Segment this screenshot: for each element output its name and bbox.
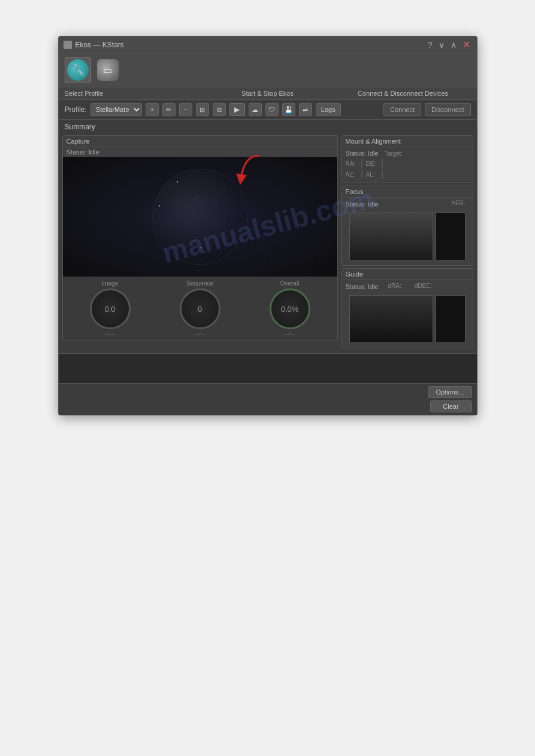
capture-title: Capture (63, 136, 337, 147)
step-1-label: Select Profile (65, 90, 200, 97)
profile-label: Profile: (65, 105, 87, 114)
guide-main-preview (349, 295, 433, 343)
focus-hfr-preview (436, 212, 466, 260)
overall-value: 0.0% (281, 305, 299, 314)
guide-status: Status: Idle (346, 283, 379, 290)
overall-circle: 0.0% (270, 289, 310, 329)
hfr-label: HFR: (448, 200, 468, 208)
save-button[interactable]: 💾 (282, 103, 295, 116)
left-panel: Capture Status: Idle (62, 135, 338, 351)
camera-preview (63, 157, 337, 277)
remove-profile-button[interactable]: − (179, 103, 192, 116)
options-button[interactable]: Options... (428, 386, 471, 398)
focus-previews (346, 210, 469, 263)
log-area (59, 353, 477, 383)
mount-status: Status: Idle (346, 150, 379, 157)
shield-button[interactable]: 🛡 (265, 103, 279, 116)
profile-select[interactable]: StellarMate (90, 103, 142, 116)
window-title: Ekos — KStars (75, 41, 124, 49)
mount-title: Mount & Alignment (342, 136, 473, 147)
connect-button[interactable]: Connect (383, 103, 421, 116)
image-circle: 0.0 (90, 289, 131, 329)
az-input[interactable] (361, 169, 362, 179)
summary-header: Summary (59, 120, 477, 133)
profile-row: Profile: StellarMate + ✏ − ⊞ ⧉ ▶ ☁ 🛡 💾 ⇌… (59, 100, 477, 120)
help-button[interactable]: ? (426, 41, 434, 49)
guide-title: Guide (342, 269, 473, 280)
az-label: AZ: (346, 171, 359, 178)
bottom-buttons: Options... Clear (59, 383, 477, 415)
overall-meter: Overall 0.0% —/— (270, 280, 310, 337)
capture-section: Capture Status: Idle (62, 135, 338, 341)
image-meter: Image 0.0 —/— (90, 280, 131, 337)
target-label: Target: (385, 150, 403, 157)
al-label: AL: (366, 171, 379, 178)
de-input[interactable] (382, 159, 383, 168)
window-controls: ? ∨ ∧ ✕ (426, 40, 472, 50)
device-icon: ▭ (97, 59, 119, 81)
logs-button[interactable]: Logs (316, 103, 341, 116)
sliders-button[interactable]: ⇌ (299, 103, 312, 116)
focus-section: Focus Status: Idle HFR: (341, 186, 473, 266)
image-value: 0.0 (104, 305, 115, 314)
sequence-sub: —/— (194, 331, 206, 337)
sequence-meter: Sequence 0 —/— (180, 280, 220, 337)
close-button[interactable]: ✕ (461, 40, 472, 50)
title-bar: Ekos — KStars ? ∨ ∧ ✕ (59, 37, 477, 53)
sequence-value: 0 (198, 305, 202, 314)
image-label: Image (102, 280, 119, 287)
meters-row: Image 0.0 —/— Sequence 0 (63, 277, 337, 341)
steps-bar: Select Profile Start & Stop Ekos Connect… (59, 87, 477, 100)
disconnect-button[interactable]: Disconnect (425, 103, 470, 116)
focus-main-preview (349, 212, 433, 260)
clear-button[interactable]: Clear (430, 400, 472, 412)
focus-title: Focus (342, 186, 473, 198)
ddec-label: dDEC: (411, 283, 436, 290)
edit-profile-button[interactable]: ✏ (162, 103, 176, 116)
setup-icon-button[interactable]: 🔧 (65, 57, 91, 83)
minimize-button[interactable]: ∨ (437, 41, 446, 49)
copy-button[interactable]: ⧉ (213, 103, 226, 116)
step-2-label: Start & Stop Ekos (200, 90, 335, 97)
start-ekos-button[interactable]: ▶ (229, 103, 245, 116)
focus-content: Status: Idle HFR: (342, 198, 473, 265)
capture-status: Status: Idle (63, 147, 337, 157)
mount-section: Mount & Alignment Status: Idle Target: R… (341, 135, 473, 183)
overall-label: Overall (280, 280, 300, 287)
settings-button[interactable]: ⊞ (196, 103, 209, 116)
ra-input[interactable] (361, 159, 362, 168)
guide-section: Guide Status: Idle dRA: dDEC: (341, 268, 473, 348)
focus-status: Status: Idle (346, 201, 379, 208)
mount-content: Status: Idle Target: RA: (342, 147, 473, 183)
image-sub: —/— (104, 331, 116, 337)
add-profile-button[interactable]: + (146, 103, 159, 116)
guide-previews (346, 293, 469, 345)
de-label: DE: (366, 160, 379, 167)
right-panel: Mount & Alignment Status: Idle Target: R… (341, 135, 473, 351)
device-icon-button[interactable]: ▭ (95, 57, 121, 83)
guide-content: Status: Idle dRA: dDEC: (342, 280, 473, 348)
main-content: Capture Status: Idle (59, 133, 477, 353)
sequence-label: Sequence (186, 280, 213, 287)
dra-label: dRA: (385, 283, 405, 290)
al-input[interactable] (382, 169, 383, 179)
ra-label: RA: (346, 160, 359, 167)
sequence-circle: 0 (180, 289, 220, 329)
guide-small-preview (436, 295, 466, 343)
app-icon (64, 41, 72, 49)
cloud-button[interactable]: ☁ (249, 103, 262, 116)
galaxy-image (152, 169, 248, 265)
overall-sub: —/— (283, 331, 296, 337)
wrench-icon: 🔧 (67, 59, 89, 81)
step-3-label: Connect & Disconnect Devices (335, 90, 471, 97)
toolbar-icons-row: 🔧 ▭ (59, 53, 477, 87)
maximize-button[interactable]: ∧ (449, 41, 458, 49)
